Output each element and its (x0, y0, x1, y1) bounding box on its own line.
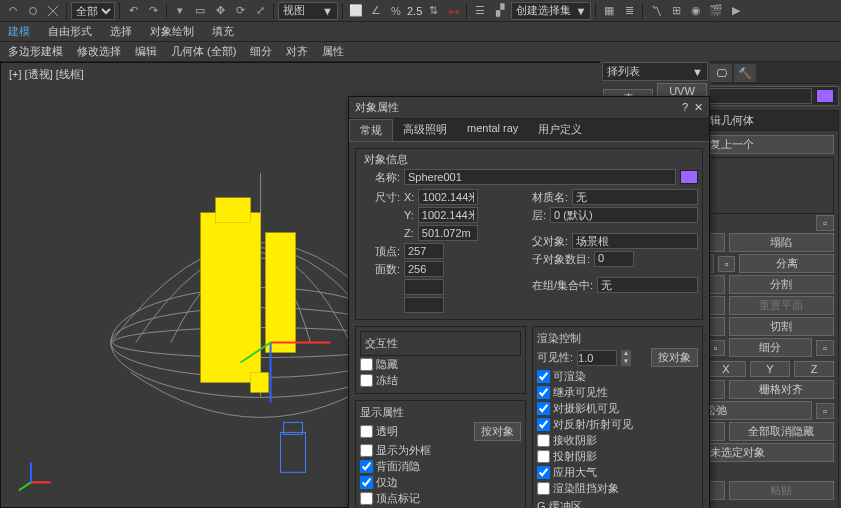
planar-y[interactable]: Y (750, 361, 790, 377)
svg-rect-14 (281, 432, 306, 472)
close-icon[interactable]: ✕ (694, 101, 703, 114)
occluded-checkbox[interactable] (537, 482, 550, 495)
move-icon[interactable]: ✥ (211, 2, 229, 20)
svg-point-0 (30, 7, 37, 14)
ribbon-tab[interactable]: 建模 (8, 24, 30, 39)
ribbon-tabs: 建模 自由形式 选择 对象绘制 填充 (0, 22, 841, 42)
tessellate-button[interactable]: 细分 (729, 338, 813, 357)
ribbon-tab[interactable]: 填充 (212, 24, 234, 39)
inheritvis-checkbox[interactable] (537, 386, 550, 399)
detach-button[interactable]: 分离 (739, 254, 834, 273)
unlink-icon[interactable] (24, 2, 42, 20)
svg-line-13 (19, 482, 31, 490)
color-swatch[interactable] (680, 170, 698, 184)
named-sel-icon[interactable]: ☰ (471, 2, 489, 20)
help-icon[interactable]: ? (682, 101, 688, 114)
name-input[interactable] (404, 169, 676, 185)
utilities-tab-icon[interactable]: 🔨 (734, 64, 756, 82)
ribbon-panels: 多边形建模 修改选择 编辑 几何体 (全部) 细分 对齐 属性 (0, 42, 841, 62)
svg-rect-6 (216, 198, 251, 223)
visibility-input[interactable] (577, 350, 617, 366)
redo-icon[interactable]: ↷ (144, 2, 162, 20)
svg-rect-5 (266, 233, 296, 353)
select-rect-icon[interactable]: ▭ (191, 2, 209, 20)
select-icon[interactable]: ▾ (171, 2, 189, 20)
object-color-swatch[interactable] (816, 89, 834, 103)
planar-z[interactable]: Z (794, 361, 834, 377)
ribbon-tab[interactable]: 选择 (110, 24, 132, 39)
scale-icon[interactable]: ⤢ (251, 2, 269, 20)
asbox-checkbox[interactable] (360, 444, 373, 457)
vis2cam-checkbox[interactable] (537, 402, 550, 415)
backface-checkbox[interactable] (360, 460, 373, 473)
gridalign-button[interactable]: 栅格对齐 (729, 380, 835, 399)
ref-coord-dropdown[interactable]: 视图▼ (278, 2, 338, 20)
mirror-icon[interactable]: ▞ (491, 2, 509, 20)
display-tab-icon[interactable]: 🖵 (710, 64, 732, 82)
atmos-checkbox[interactable] (537, 466, 550, 479)
selection-set-dropdown[interactable]: 创建选择集▼ (511, 2, 591, 20)
rotate-icon[interactable]: ⟳ (231, 2, 249, 20)
ribbon-panel[interactable]: 对齐 (286, 44, 308, 59)
planar-x[interactable]: X (706, 361, 746, 377)
tab-advlight[interactable]: 高级照明 (393, 119, 457, 141)
renderable-checkbox[interactable] (537, 370, 550, 383)
collapse-button[interactable]: 塌陷 (729, 233, 835, 252)
unhideall-button[interactable]: 全部取消隐藏 (729, 422, 835, 441)
recvshadow-checkbox[interactable] (537, 434, 550, 447)
tab-general[interactable]: 常规 (349, 119, 393, 141)
link-icon[interactable] (4, 2, 22, 20)
ribbon-panel[interactable]: 细分 (250, 44, 272, 59)
tab-userdef[interactable]: 用户定义 (528, 119, 592, 141)
ribbon-tab[interactable]: 对象绘制 (150, 24, 194, 39)
snap-toggle-icon[interactable]: ⬜ (347, 2, 365, 20)
schematic-icon[interactable]: ⊞ (667, 2, 685, 20)
tab-mentalray[interactable]: mental ray (457, 119, 528, 141)
align-icon[interactable]: ▦ (600, 2, 618, 20)
seethrough-checkbox[interactable] (360, 425, 373, 438)
svg-rect-4 (201, 213, 261, 383)
magnet-icon[interactable]: ⧟ (444, 2, 462, 20)
ribbon-panel[interactable]: 多边形建模 (8, 44, 63, 59)
curve-editor-icon[interactable]: 〽 (647, 2, 665, 20)
dialog-tabs: 常规 高级照明 mental ray 用户定义 (349, 119, 709, 142)
dialog-title: 对象属性 (355, 100, 399, 115)
dispprops-label: 显示属性 (360, 405, 521, 420)
castshadow-checkbox[interactable] (537, 450, 550, 463)
main-toolbar: 全部 ↶ ↷ ▾ ▭ ✥ ⟳ ⤢ 视图▼ ⬜ ∠ % 2.5 ⇅ ⧟ ☰ ▞ 创… (0, 0, 841, 22)
bind-icon[interactable] (44, 2, 62, 20)
vertticks-checkbox[interactable] (360, 492, 373, 505)
interactivity-label: 交互性 (360, 331, 521, 356)
vis2refl-checkbox[interactable] (537, 418, 550, 431)
svg-rect-7 (251, 372, 269, 392)
filter-dropdown[interactable]: 全部 (71, 2, 115, 20)
angle-snap-icon[interactable]: ∠ (367, 2, 385, 20)
ribbon-panel[interactable]: 几何体 (全部) (171, 44, 236, 59)
split-button[interactable]: 分割 (729, 275, 835, 294)
render-setup-icon[interactable]: 🎬 (707, 2, 725, 20)
ribbon-tab[interactable]: 自由形式 (48, 24, 92, 39)
byobject2-button[interactable]: 按对象 (651, 348, 698, 367)
material-icon[interactable]: ◉ (687, 2, 705, 20)
freeze-checkbox[interactable] (360, 374, 373, 387)
spinner-icon[interactable]: ⇅ (424, 2, 442, 20)
undo-icon[interactable]: ↶ (124, 2, 142, 20)
percent-snap-icon[interactable]: % (387, 2, 405, 20)
ribbon-panel[interactable]: 编辑 (135, 44, 157, 59)
render-icon[interactable]: ▶ (727, 2, 745, 20)
renderctrl-label: 渲染控制 (537, 331, 698, 346)
objinfo-label: 对象信息 (360, 152, 412, 167)
hide-checkbox[interactable] (360, 358, 373, 371)
object-properties-dialog: 对象属性 ? ✕ 常规 高级照明 mental ray 用户定义 对象信息 名称… (348, 96, 710, 508)
layers-icon[interactable]: ≣ (620, 2, 638, 20)
paste-button[interactable]: 粘贴 (729, 481, 835, 500)
edgesonly-checkbox[interactable] (360, 476, 373, 489)
ribbon-panel[interactable]: 属性 (322, 44, 344, 59)
resetplane-button[interactable]: 重置平面 (729, 296, 835, 315)
cut-button[interactable]: 切割 (729, 317, 835, 336)
keep-uv-settings[interactable]: ▫ (816, 215, 834, 231)
byobject-button[interactable]: 按对象 (474, 422, 521, 441)
spinner-value: 2.5 (407, 5, 422, 17)
ribbon-panel[interactable]: 修改选择 (77, 44, 121, 59)
